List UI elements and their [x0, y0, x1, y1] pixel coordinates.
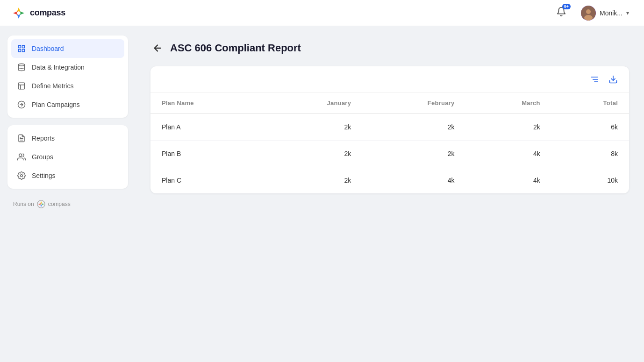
svg-rect-12: [18, 83, 25, 89]
col-header-plan-name: Plan Name: [150, 93, 265, 114]
data-integration-icon: [17, 63, 26, 72]
logo-text: compass: [30, 8, 65, 18]
table-body: Plan A2k2k2k6kPlan B2k2k4k8kPlan C2k4k4k…: [150, 114, 629, 193]
col-header-january: January: [265, 93, 363, 114]
sidebar-section-secondary: Reports Groups: [7, 125, 128, 189]
define-metrics-icon: [17, 81, 26, 91]
cell-march: 2k: [465, 114, 551, 141]
sidebar-section-main: Dashboard Data & Integration: [7, 35, 128, 118]
sidebar-item-define-metrics-label: Define Metrics: [32, 82, 73, 90]
table-header-row: Plan Name January February March Total: [150, 93, 629, 114]
sidebar-item-plan-campaigns-label: Plan Campaigns: [32, 101, 80, 108]
svg-point-6: [584, 15, 593, 21]
table-row: Plan B2k2k4k8k: [150, 141, 629, 167]
svg-marker-19: [40, 201, 42, 204]
col-header-february: February: [362, 93, 465, 114]
cell-total: 10k: [551, 167, 629, 194]
compass-logo-icon: [11, 6, 26, 21]
plan-campaigns-icon: [17, 100, 26, 109]
user-name: Monik...: [600, 9, 623, 17]
table-row: Plan C2k4k4k10k: [150, 167, 629, 194]
report-table: Plan Name January February March Total P…: [150, 93, 629, 193]
groups-icon: [17, 152, 26, 162]
main-content: ASC 606 Compliant Report: [136, 26, 644, 362]
sidebar-item-plan-campaigns[interactable]: Plan Campaigns: [11, 95, 124, 114]
table-header: Plan Name January February March Total: [150, 93, 629, 114]
page-title: ASC 606 Compliant Report: [170, 42, 301, 54]
svg-marker-3: [20, 11, 24, 15]
sidebar-item-dashboard[interactable]: Dashboard: [11, 39, 124, 58]
layout: Dashboard Data & Integration: [0, 26, 644, 362]
avatar-image: [581, 6, 596, 21]
topnav-right: 9+ Monik... ▾: [553, 4, 633, 22]
cell-february: 2k: [362, 141, 465, 167]
cell-march: 4k: [465, 141, 551, 167]
sidebar-item-data-integration[interactable]: Data & Integration: [11, 58, 124, 77]
svg-point-17: [21, 175, 23, 177]
svg-rect-8: [22, 45, 25, 48]
logo-area: compass: [11, 6, 65, 21]
avatar: [581, 6, 596, 21]
svg-marker-2: [13, 11, 18, 15]
report-card: Plan Name January February March Total P…: [150, 66, 629, 193]
filter-icon: [590, 75, 599, 84]
download-button[interactable]: [607, 73, 620, 86]
svg-point-11: [18, 64, 25, 66]
col-header-march: March: [465, 93, 551, 114]
sidebar-item-settings[interactable]: Settings: [11, 166, 124, 185]
cell-january: 2k: [265, 141, 363, 167]
svg-rect-9: [22, 50, 25, 52]
cell-plan_name: Plan A: [150, 114, 265, 141]
cell-february: 4k: [362, 167, 465, 194]
sidebar: Dashboard Data & Integration: [0, 26, 136, 362]
report-toolbar: [150, 66, 629, 93]
notification-badge: 9+: [562, 4, 571, 9]
sidebar-item-data-integration-label: Data & Integration: [32, 64, 85, 71]
notification-button[interactable]: 9+: [553, 5, 570, 21]
topnav: compass 9+ Monik... ▾: [0, 0, 644, 26]
sidebar-item-dashboard-label: Dashboard: [32, 45, 64, 52]
runs-on-text: Runs on: [13, 201, 34, 207]
filter-button[interactable]: [588, 73, 601, 86]
sidebar-item-groups-label: Groups: [32, 153, 53, 161]
cell-total: 8k: [551, 141, 629, 167]
user-menu-button[interactable]: Monik... ▾: [577, 4, 633, 22]
dashboard-icon: [17, 44, 26, 53]
sidebar-item-settings-label: Settings: [32, 172, 56, 179]
sidebar-item-reports[interactable]: Reports: [11, 129, 124, 148]
svg-rect-7: [18, 45, 21, 48]
table-row: Plan A2k2k2k6k: [150, 114, 629, 141]
runs-on: Runs on compass: [7, 196, 128, 212]
back-button[interactable]: [150, 41, 165, 55]
svg-rect-10: [18, 50, 21, 52]
cell-plan_name: Plan B: [150, 141, 265, 167]
cell-march: 4k: [465, 167, 551, 194]
runs-on-brand: compass: [48, 201, 71, 207]
svg-point-5: [586, 9, 591, 14]
cell-february: 2k: [362, 114, 465, 141]
settings-icon: [17, 171, 26, 180]
back-arrow-icon: [152, 43, 163, 53]
page-header: ASC 606 Compliant Report: [150, 41, 629, 55]
cell-january: 2k: [265, 114, 363, 141]
cell-plan_name: Plan C: [150, 167, 265, 194]
sidebar-item-reports-label: Reports: [32, 135, 55, 142]
cell-january: 2k: [265, 167, 363, 194]
chevron-down-icon: ▾: [626, 10, 629, 16]
sidebar-item-groups[interactable]: Groups: [11, 148, 124, 166]
svg-marker-22: [42, 203, 44, 205]
download-icon: [608, 75, 618, 84]
col-header-total: Total: [551, 93, 629, 114]
cell-total: 6k: [551, 114, 629, 141]
svg-marker-21: [38, 203, 40, 205]
reports-icon: [17, 134, 26, 143]
sidebar-item-define-metrics[interactable]: Define Metrics: [11, 77, 124, 95]
runs-on-compass-icon: [37, 200, 45, 208]
svg-marker-20: [40, 205, 42, 207]
svg-point-16: [19, 154, 22, 156]
